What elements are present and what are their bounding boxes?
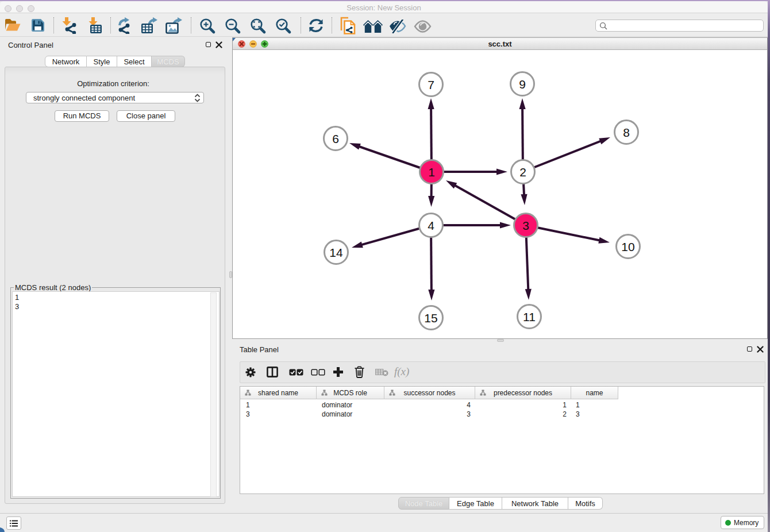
- svg-text:7: 7: [428, 78, 434, 91]
- svg-text:10: 10: [621, 240, 634, 253]
- svg-text:9: 9: [519, 78, 526, 91]
- svg-text:8: 8: [623, 126, 630, 139]
- svg-text:3: 3: [522, 219, 529, 232]
- svg-text:2: 2: [519, 165, 526, 179]
- svg-text:11: 11: [523, 310, 536, 323]
- svg-text:14: 14: [329, 246, 343, 259]
- svg-text:15: 15: [424, 311, 437, 325]
- svg-text:4: 4: [428, 219, 434, 232]
- svg-text:6: 6: [332, 132, 339, 145]
- svg-text:1: 1: [428, 165, 435, 179]
